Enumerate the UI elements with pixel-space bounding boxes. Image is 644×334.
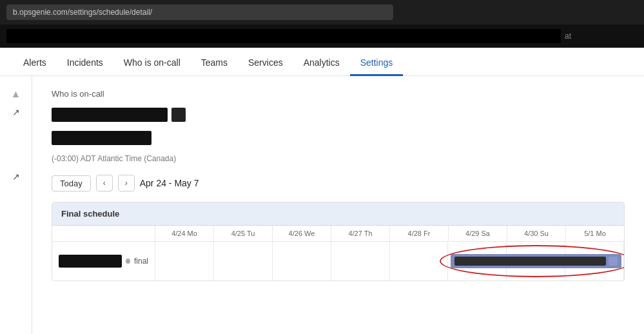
person-avatar-redacted bbox=[171, 108, 186, 122]
url-bar[interactable]: b.opsgenie.com/settings/schedule/detail/ bbox=[6, 5, 393, 20]
day-header-3: 4/27 Th bbox=[331, 226, 390, 241]
timezone-text: (-03:00) ADT Atlantic Time (Canada) bbox=[52, 154, 625, 163]
day-header-1: 4/25 Tu bbox=[214, 226, 273, 241]
nav-services[interactable]: Services bbox=[238, 51, 293, 76]
external-link2-icon[interactable]: ↗ bbox=[10, 170, 23, 183]
nav-incidents[interactable]: Incidents bbox=[57, 51, 113, 76]
schedule-container: Final schedule 4/24 Mo 4/25 Tu 4/26 We 4… bbox=[52, 202, 625, 281]
person-name-redacted-2 bbox=[52, 131, 151, 145]
external-link-icon[interactable]: ↗ bbox=[10, 106, 23, 119]
schedule-row-label: final bbox=[52, 242, 155, 280]
day-cell-fri bbox=[390, 242, 449, 280]
day-header-6: 4/30 Su bbox=[507, 226, 566, 241]
prev-button[interactable]: ‹ bbox=[96, 175, 113, 192]
schedule-name-redacted bbox=[59, 255, 122, 268]
row-dot bbox=[126, 259, 130, 264]
day-cell-mon bbox=[155, 242, 214, 280]
schedule-event-bar[interactable] bbox=[451, 254, 621, 268]
toolbar-at-text: at bbox=[565, 32, 571, 41]
day-header-2: 4/26 We bbox=[273, 226, 331, 241]
today-button[interactable]: Today bbox=[52, 175, 91, 192]
event-bar-right bbox=[609, 257, 618, 266]
browser-chrome: b.opsgenie.com/settings/schedule/detail/ bbox=[0, 0, 644, 25]
toolbar-black-bar bbox=[6, 29, 561, 43]
event-bar-inner bbox=[454, 257, 606, 266]
day-header-4: 4/28 Fr bbox=[390, 226, 449, 241]
content-area: Who is on-call (-03:00) ADT Atlantic Tim… bbox=[32, 76, 644, 334]
nav-who-is-on-call[interactable]: Who is on-call bbox=[113, 51, 191, 76]
schedule-grid: 4/24 Mo 4/25 Tu 4/26 We 4/27 Th 4/28 Fr … bbox=[52, 226, 624, 280]
nav-teams[interactable]: Teams bbox=[191, 51, 238, 76]
final-label: final bbox=[134, 257, 148, 266]
day-header-0: 4/24 Mo bbox=[155, 226, 214, 241]
calendar-controls: Today ‹ › Apr 24 - May 7 bbox=[52, 175, 625, 192]
next-button[interactable]: › bbox=[118, 175, 135, 192]
person-row-2 bbox=[52, 131, 625, 145]
day-cell-thu bbox=[331, 242, 390, 280]
person-row-1 bbox=[52, 108, 625, 122]
date-range-text: Apr 24 - May 7 bbox=[140, 178, 199, 188]
person-name-redacted-1 bbox=[52, 108, 168, 122]
nav-analytics[interactable]: Analytics bbox=[293, 51, 350, 76]
main-layout: ▲ ↗ ↗ Who is on-call (-03:00) ADT Atlant… bbox=[0, 76, 644, 334]
day-cell-tue bbox=[214, 242, 273, 280]
scroll-up-icon[interactable]: ▲ bbox=[11, 89, 21, 99]
nav-settings[interactable]: Settings bbox=[350, 51, 404, 76]
sidebar: ▲ ↗ ↗ bbox=[0, 76, 32, 334]
schedule-header: Final schedule bbox=[52, 202, 624, 226]
row-label-header-cell bbox=[52, 226, 155, 241]
day-header-7: 5/1 Mo bbox=[566, 226, 624, 241]
day-header-row: 4/24 Mo 4/25 Tu 4/26 We 4/27 Th 4/28 Fr … bbox=[52, 226, 624, 242]
who-is-on-call-label: Who is on-call bbox=[52, 89, 625, 99]
day-cell-wed bbox=[273, 242, 331, 280]
url-text: b.opsgenie.com/settings/schedule/detail/ bbox=[13, 8, 152, 17]
nav-alerts[interactable]: Alerts bbox=[13, 51, 57, 76]
day-header-5: 4/29 Sa bbox=[449, 226, 507, 241]
browser-toolbar: at bbox=[0, 25, 644, 48]
schedule-data-row: final bbox=[52, 242, 624, 280]
navigation-bar: Alerts Incidents Who is on-call Teams Se… bbox=[0, 48, 644, 76]
